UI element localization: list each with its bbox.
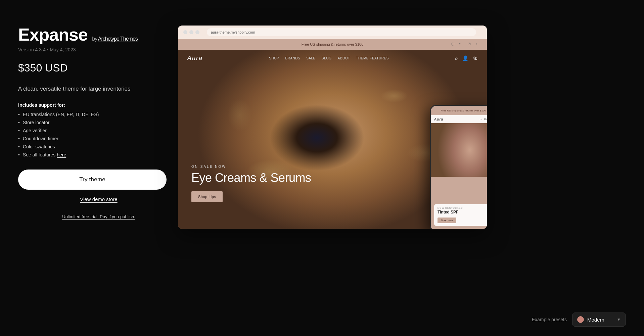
mobile-promo-area: NOW RESTOCKED Tinted SPF Shop now: [431, 177, 487, 184]
nav-shop[interactable]: SHOP: [269, 56, 279, 60]
mobile-hero-image: [431, 123, 487, 177]
left-panel: Expanse by Archetype Themes Version 4.3.…: [18, 25, 179, 219]
nav-about[interactable]: ABOUT: [338, 56, 350, 60]
feature-item: Store locator: [18, 120, 179, 125]
chevron-down-icon: ▼: [617, 317, 621, 322]
includes-label: Includes support for:: [18, 102, 179, 108]
store-nav-icons: ⌕ 👤 🛍: [455, 55, 477, 61]
example-presets-label: Example presets: [532, 317, 567, 322]
tiktok-icon: ♪: [475, 42, 480, 47]
preset-selector[interactable]: Modern ▼: [572, 313, 626, 327]
price-display: $350 USD: [18, 62, 179, 74]
mobile-logo: Aura: [434, 117, 443, 121]
hero-title: Eye Creams & Serums: [191, 171, 311, 185]
mobile-promo-title: Tinted SPF: [438, 210, 487, 214]
cart-icon[interactable]: 🛍: [473, 55, 477, 61]
version-info: Version 4.3.4 • May 4, 2023: [18, 47, 179, 52]
theme-title-row: Expanse by Archetype Themes: [18, 25, 179, 44]
instagram-icon: ⬡: [451, 42, 456, 47]
unlimited-trial-highlight: Unlimited free trial: [62, 214, 97, 219]
preset-name: Modern: [587, 317, 613, 323]
announcement-bar: Free US shipping & returns over $100 ⬡ f…: [178, 39, 487, 50]
browser-address-bar[interactable]: aura-theme.myshopify.com: [207, 28, 476, 36]
browser-dot-green: [195, 30, 199, 34]
free-trial-rest: . Pay if you publish.: [97, 214, 135, 219]
mobile-search-icon[interactable]: ⌕: [480, 117, 481, 121]
author-attribution: by Archetype Themes: [91, 36, 138, 42]
mobile-promo-badge: NOW RESTOCKED Tinted SPF Shop now: [434, 204, 487, 226]
view-demo-link[interactable]: View demo store: [18, 196, 179, 202]
feature-item: EU translations (EN, FR, IT, DE, ES): [18, 112, 179, 117]
store-preview: Free US shipping & returns over $100 ⬡ f…: [178, 39, 487, 229]
nav-sale[interactable]: SALE: [306, 56, 316, 60]
tagline: A clean, versatile theme for large inven…: [18, 85, 179, 93]
features-list: EU translations (EN, FR, IT, DE, ES) Sto…: [18, 112, 179, 157]
pinterest-icon: ℗: [467, 42, 472, 47]
mobile-inner: Free US shipping & returns over $100 Aur…: [431, 106, 487, 229]
store-nav: Aura SHOP BRANDS SALE BLOG ABOUT THEME F…: [178, 50, 487, 66]
nav-brands[interactable]: BRANDS: [285, 56, 300, 60]
try-theme-button[interactable]: Try theme: [18, 170, 167, 190]
theme-name: Expanse: [18, 25, 88, 44]
mobile-promo-label: NOW RESTOCKED: [438, 207, 487, 209]
browser-dot-red: [183, 30, 187, 34]
mobile-shop-button[interactable]: Shop now: [438, 218, 456, 223]
hero-cta-button[interactable]: Shop Lips: [191, 191, 223, 202]
features-link[interactable]: here: [57, 152, 66, 157]
feature-item: Color swatches: [18, 144, 179, 149]
mobile-nav-icons: ⌕ 🛍 ☰: [480, 117, 487, 121]
browser-chrome: aura-theme.myshopify.com: [178, 26, 487, 39]
address-text: aura-theme.myshopify.com: [211, 30, 255, 34]
bottom-bar: Example presets Modern ▼: [532, 313, 626, 327]
facebook-icon: f: [459, 42, 464, 47]
account-icon[interactable]: 👤: [462, 55, 468, 61]
hero-content: ON SALE NOW Eye Creams & Serums Shop Lip…: [191, 165, 311, 202]
by-prefix: by: [92, 36, 97, 42]
browser-preview: aura-theme.myshopify.com Free US shippin…: [178, 26, 487, 229]
free-trial-notice: Unlimited free trial. Pay if you publish…: [18, 214, 179, 219]
hero-subtitle: ON SALE NOW: [191, 165, 311, 169]
store-logo: Aura: [187, 55, 203, 62]
theme-title: Expanse by Archetype Themes: [18, 25, 179, 44]
nav-theme-features[interactable]: THEME FEATURES: [356, 56, 389, 60]
mobile-cart-icon[interactable]: 🛍: [484, 117, 487, 121]
preset-color-dot: [577, 316, 584, 323]
mobile-preview: Free US shipping & returns over $100 Aur…: [430, 105, 487, 229]
mobile-announcement: Free US shipping & returns over $100: [431, 106, 487, 115]
mobile-nav-bar: Aura ⌕ 🛍 ☰: [431, 115, 487, 123]
mobile-face-gradient: [431, 123, 487, 177]
announcement-text: Free US shipping & returns over $100: [302, 42, 364, 46]
feature-item: Age verifier: [18, 128, 179, 133]
feature-item-all: See all features here: [18, 152, 179, 157]
nav-blog[interactable]: BLOG: [322, 56, 332, 60]
browser-dot-yellow: [189, 30, 193, 34]
feature-item: Countdown timer: [18, 136, 179, 141]
author-link[interactable]: Archetype Themes: [98, 36, 138, 42]
search-icon[interactable]: ⌕: [455, 55, 458, 61]
store-nav-links: SHOP BRANDS SALE BLOG ABOUT THEME FEATUR…: [269, 56, 389, 60]
